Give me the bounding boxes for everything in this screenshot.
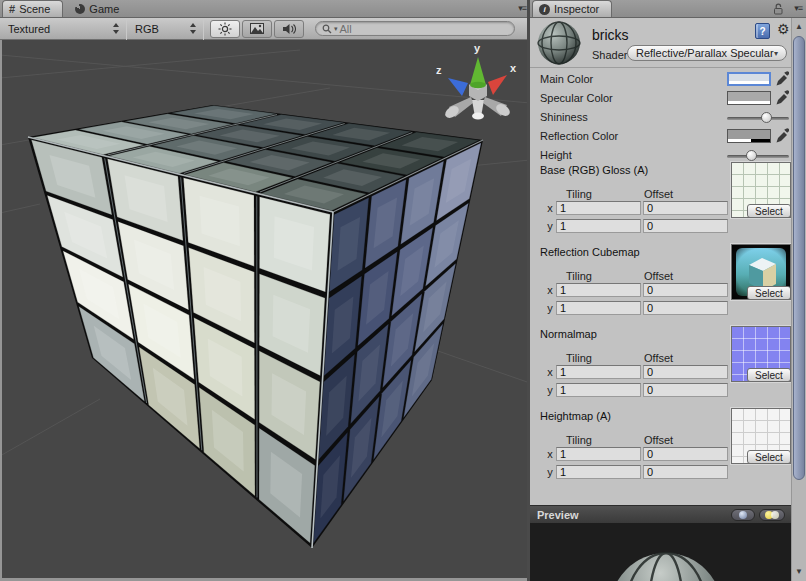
base-texture-thumbnail[interactable]: Select xyxy=(731,162,791,218)
gizmo-y-axis-cone[interactable] xyxy=(470,57,486,85)
shininess-slider-thumb[interactable] xyxy=(761,112,772,123)
texture-section-title: Base (RGB) Gloss (A) xyxy=(540,164,648,176)
inspector-panel-menu-icon[interactable]: ▾≡ xyxy=(794,3,802,13)
scene-viewport[interactable]: y x z xyxy=(0,40,530,581)
y-axis-label: y xyxy=(546,466,554,478)
select-button[interactable]: Select xyxy=(747,204,791,218)
preview-lighting-button[interactable] xyxy=(759,509,785,521)
preview-header[interactable]: Preview xyxy=(530,505,791,523)
tiling-x-input[interactable] xyxy=(556,447,641,461)
offset-header: Offset xyxy=(644,188,673,200)
shader-label: Shader xyxy=(592,49,627,61)
gizmo-z-axis-cone[interactable] xyxy=(448,78,468,96)
tiling-y-input[interactable] xyxy=(556,219,641,233)
game-icon xyxy=(75,4,85,14)
image-icon xyxy=(250,23,264,34)
offset-x-input[interactable] xyxy=(643,283,728,297)
normalmap-texture-thumbnail[interactable]: Select xyxy=(731,326,791,382)
tiling-header: Tiling xyxy=(566,270,592,282)
scroll-down-icon[interactable]: ▼ xyxy=(792,567,806,576)
scene-orientation-gizmo[interactable]: y x z xyxy=(436,42,517,120)
sun-icon xyxy=(218,22,232,36)
gizmo-x-axis-cone[interactable] xyxy=(488,75,507,95)
shader-dropdown[interactable]: Reflective/Parallax Specular ▾ xyxy=(627,45,787,61)
toolbar-separator xyxy=(203,18,204,40)
tiling-header: Tiling xyxy=(566,352,592,364)
shininess-slider-track[interactable] xyxy=(727,117,789,120)
scene-grid-icon: # xyxy=(9,3,15,15)
select-button[interactable]: Select xyxy=(747,450,791,464)
texture-section-base: Base (RGB) Gloss (A) Tiling Offset x y S… xyxy=(530,164,806,244)
scrollbar-thumb[interactable] xyxy=(793,36,805,480)
offset-y-input[interactable] xyxy=(643,301,728,315)
cubemap-texture-thumbnail[interactable]: Select xyxy=(731,244,791,300)
channel-dropdown[interactable]: RGB xyxy=(127,18,203,40)
tiling-y-input[interactable] xyxy=(556,465,641,479)
updown-arrows-icon xyxy=(113,23,120,34)
scene-search-field[interactable]: ▾ All xyxy=(315,21,515,36)
height-slider-thumb[interactable] xyxy=(746,150,757,161)
tab-scene[interactable]: # Scene xyxy=(2,0,63,17)
preview-shape-button[interactable] xyxy=(731,509,755,521)
audio-toggle-button[interactable] xyxy=(274,20,304,38)
offset-x-input[interactable] xyxy=(643,447,728,461)
alpha-bar xyxy=(728,139,770,142)
preview-sphere xyxy=(530,523,791,581)
tiling-y-input[interactable] xyxy=(556,383,641,397)
gizmo-y-label: y xyxy=(474,42,481,54)
gizmo-negy-cone-base xyxy=(472,113,484,120)
tiling-y-input[interactable] xyxy=(556,301,641,315)
texture-section-cubemap: Reflection Cubemap Tiling Offset x y xyxy=(530,246,806,326)
main-color-swatch[interactable] xyxy=(727,72,771,86)
tiling-x-input[interactable] xyxy=(556,283,641,297)
tiling-x-input[interactable] xyxy=(556,201,641,215)
tab-game[interactable]: Game xyxy=(69,0,131,17)
updown-arrows-icon xyxy=(190,23,197,34)
scroll-up-icon[interactable]: ▲ xyxy=(792,22,806,31)
specular-color-eyedropper-icon[interactable] xyxy=(776,90,789,105)
offset-y-input[interactable] xyxy=(643,219,728,233)
offset-x-input[interactable] xyxy=(643,201,728,215)
x-axis-label: x xyxy=(546,366,554,378)
scene-cube[interactable] xyxy=(28,105,483,548)
gear-icon[interactable]: ⚙ xyxy=(777,21,790,37)
gizmo-z-label: z xyxy=(436,64,442,76)
height-slider-track[interactable] xyxy=(727,155,789,158)
x-axis-label: x xyxy=(546,284,554,296)
main-color-eyedropper-icon[interactable] xyxy=(776,71,789,86)
select-button[interactable]: Select xyxy=(747,286,791,300)
inspector-body: bricks Shader Reflective/Parallax Specul… xyxy=(530,18,806,581)
heightmap-texture-thumbnail[interactable]: Select xyxy=(731,408,791,464)
material-name: bricks xyxy=(592,27,629,43)
texture-section-title: Heightmap (A) xyxy=(540,410,611,422)
render-mode-dropdown[interactable]: Textured xyxy=(0,18,126,40)
lighting-toggle-button[interactable] xyxy=(210,20,240,38)
offset-x-input[interactable] xyxy=(643,365,728,379)
offset-header: Offset xyxy=(644,270,673,282)
search-filter-arrow-icon: ▾ xyxy=(334,25,338,33)
inspector-panel: i Inspector ▾≡ xyxy=(530,0,806,581)
help-icon[interactable]: ? xyxy=(755,23,770,39)
scene-panel-menu-icon[interactable]: ▾≡ xyxy=(518,3,526,13)
specular-color-swatch[interactable] xyxy=(727,91,771,105)
tab-game-label: Game xyxy=(89,3,119,15)
image-effects-toggle-button[interactable] xyxy=(242,20,272,38)
chevron-down-icon: ▾ xyxy=(774,49,778,58)
gizmo-y-cone-base xyxy=(470,82,486,88)
select-button[interactable]: Select xyxy=(747,368,791,382)
inspector-scrollbar[interactable]: ▲ ▼ xyxy=(791,18,806,581)
texture-section-title: Normalmap xyxy=(540,328,597,340)
tiling-x-input[interactable] xyxy=(556,365,641,379)
x-axis-label: x xyxy=(546,448,554,460)
reflection-color-swatch[interactable] xyxy=(727,129,771,143)
tab-inspector[interactable]: i Inspector xyxy=(532,0,612,17)
y-axis-label: y xyxy=(546,302,554,314)
material-preview-area[interactable] xyxy=(530,523,791,581)
alpha-bar xyxy=(729,81,769,84)
preview-title: Preview xyxy=(537,509,579,521)
offset-y-input[interactable] xyxy=(643,465,728,479)
lock-icon[interactable] xyxy=(773,3,784,17)
offset-y-input[interactable] xyxy=(643,383,728,397)
reflection-color-eyedropper-icon[interactable] xyxy=(776,128,789,143)
inspector-tabbar: i Inspector ▾≡ xyxy=(530,0,806,18)
